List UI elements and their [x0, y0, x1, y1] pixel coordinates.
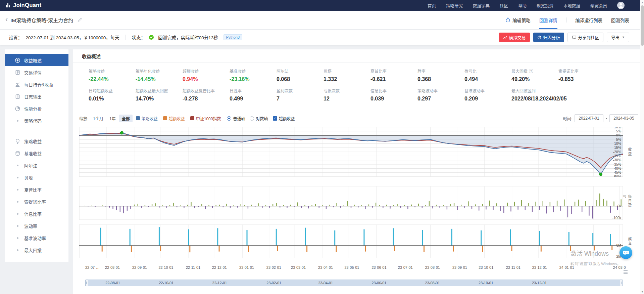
metric-label: 最大回撤区间	[511, 88, 599, 93]
metric-策略收益: 策略收益-22.44%	[89, 68, 136, 82]
legend-item-中证1000指数[interactable]: 中证1000指数	[190, 116, 221, 121]
nav-item-3[interactable]: 数据字典	[473, 2, 490, 9]
sidebar-item-交易详情[interactable]: 交易详情	[5, 66, 68, 78]
returns-chart[interactable]: 10%5%0%-5%-10%-15%-20%-25%-30%-35%-40%-4…	[79, 127, 638, 177]
metric-阿尔法: 阿尔法0.068	[277, 68, 324, 82]
time-from-input[interactable]	[575, 114, 603, 122]
sidebar-item-索提诺比率[interactable]: 索提诺比率	[5, 196, 68, 208]
metric-label-text: 盈利次数	[277, 88, 293, 93]
navigator-left-handle[interactable]	[85, 280, 88, 286]
metric-label: 基准收益	[230, 68, 277, 74]
svg-text:0M: 0M	[616, 243, 621, 247]
status-label: 状态：	[132, 34, 146, 41]
sidebar-item-基准波动率[interactable]: 基准波动率	[5, 232, 68, 244]
nav-item-6[interactable]: 聚宽投资	[537, 2, 553, 9]
sidebar-item-label: 夏普比率	[24, 186, 42, 193]
nav-item-4[interactable]: 社区	[500, 2, 508, 9]
tab-回测列表[interactable]: 回测列表	[611, 11, 629, 29]
checkbox-checked-icon: ✓	[273, 116, 277, 121]
turnover-chart[interactable]: 0M-2M 成交	[79, 224, 638, 258]
sidebar-item-label: 每日持仓&收益	[24, 81, 53, 88]
time-to-input[interactable]	[609, 114, 638, 122]
metric-label: 策略年化收益	[136, 68, 183, 74]
scroll-down-arrow[interactable]: ▼	[640, 289, 644, 294]
sidebar-item-日志输出[interactable]: 日志输出	[5, 90, 68, 102]
radio-对数轴[interactable]: 对数轴	[250, 116, 268, 121]
sidebar-item-信息比率[interactable]: 信息比率	[5, 208, 68, 220]
radio-普通轴[interactable]: 普通轴	[227, 116, 245, 121]
tab-编辑策略[interactable]: 编辑策略	[505, 11, 531, 29]
zoom-button-1年[interactable]: 1年	[107, 115, 118, 122]
sidebar-item-每日持仓&收益[interactable]: 每日持仓&收益	[5, 78, 68, 90]
language-badge: Python3	[224, 34, 242, 40]
svg-text:0%: 0%	[616, 133, 621, 137]
metric-value: 14.70%	[136, 96, 183, 102]
nav-item-7[interactable]: 本地数据	[563, 2, 580, 9]
legend-item-策略收益[interactable]: 策略收益	[136, 116, 158, 121]
metric-夏普比率: 夏普比率-0.621	[370, 68, 417, 82]
sidebar-item-性能分析[interactable]: 性能分析	[5, 102, 68, 115]
metric-索提诺比率: 索提诺比率-0.853	[558, 68, 605, 82]
monitor-icon	[572, 35, 577, 40]
outline-list-button[interactable]	[622, 269, 629, 276]
attribution-button[interactable]: 归因分析	[533, 33, 564, 42]
svg-text:-45%: -45%	[613, 170, 621, 174]
navigator-right-handle[interactable]	[620, 280, 623, 286]
sidebar-item-波动率[interactable]: 波动率	[5, 220, 68, 232]
navigator-tick-22-12-01: 22-12-01	[212, 281, 227, 285]
x-tick-22-07-…: 22-07-…	[85, 265, 100, 269]
scrollbar-thumb[interactable]	[641, 5, 644, 46]
sidebar-item-最大回撤[interactable]: 最大回撤	[5, 244, 68, 256]
share-community-button[interactable]: 分享到社区	[567, 33, 604, 42]
sidebar-item-夏普比率[interactable]: 夏普比率	[5, 183, 68, 196]
sidebar-item-贝塔[interactable]: 贝塔	[5, 171, 68, 183]
chart-legend: 策略收益超额收益中证1000指数	[136, 116, 221, 121]
user-avatar[interactable]	[617, 2, 625, 9]
log-icon	[15, 94, 20, 99]
daily-pnl-chart[interactable]: 0k-100k 每日盈亏	[79, 186, 638, 220]
joinquant-logo[interactable]: JoinQuant	[5, 2, 41, 9]
zoom-button-全部[interactable]: 全部	[119, 115, 133, 122]
metric-基准收益: 基准收益-23.16%	[230, 68, 277, 82]
legend-swatch	[136, 116, 140, 120]
nav-item-2[interactable]: 策略研究	[446, 2, 463, 9]
metric-label: 贝塔	[324, 68, 370, 74]
logo-bars-icon	[5, 2, 11, 9]
navigator-tick-22-08-01: 22-08-01	[105, 281, 120, 285]
svg-text:10%: 10%	[614, 127, 621, 129]
tab-回测详情[interactable]: 回测详情	[539, 11, 557, 29]
help-icon[interactable]: ?	[529, 69, 533, 73]
sidebar-item-策略收益[interactable]: 策略收益	[5, 135, 68, 147]
chart-controls: 缩放: 1个月1年全部 策略收益超额收益中证1000指数 普通轴对数轴 ✓ 超额…	[79, 114, 638, 122]
excess-return-checkbox[interactable]: ✓ 超额收益	[273, 116, 295, 121]
edit-pencil-icon[interactable]	[77, 17, 82, 23]
nav-item-5[interactable]: 帮助	[518, 2, 527, 9]
metric-超额收益夏普比率: 超额收益夏普比率-0.278	[183, 88, 230, 102]
x-tick-23-07-01: 23-07-01	[398, 265, 413, 269]
metric-label: 信息比率	[370, 88, 417, 93]
tab-编译运行列表[interactable]: 编译运行列表	[575, 11, 602, 29]
metric-超额收益: 超额收益0.94%	[183, 68, 230, 82]
export-button[interactable]: 导出▼	[607, 33, 629, 42]
nav-item-8[interactable]: 聚宽会员	[590, 2, 607, 9]
svg-text:-50%: -50%	[613, 175, 621, 177]
backtest-settings: 设置： 2022-07-01 到 2024-03-05，￥1000000，每天 …	[9, 34, 242, 41]
sidebar-item-策略代码[interactable]: 策略代码	[5, 115, 68, 127]
nav-item-1[interactable]: 首页	[428, 2, 436, 9]
back-chevron-icon[interactable]: ‹	[5, 16, 8, 23]
simulate-trade-button[interactable]: 模拟交易	[499, 33, 530, 42]
customer-service-chat-button[interactable]	[620, 246, 632, 259]
sidebar-item-阿尔法[interactable]: 阿尔法	[5, 159, 68, 171]
metric-value: 0.494	[464, 76, 511, 82]
legend-item-超额收益[interactable]: 超额收益	[163, 116, 185, 121]
legend-label: 超额收益	[169, 116, 185, 121]
sidebar-item-基准收益[interactable]: 基准收益	[5, 147, 68, 159]
tab-label: 回测列表	[611, 17, 629, 24]
metric-value: -0.278	[183, 96, 230, 102]
metric-label: 索提诺比率	[558, 68, 605, 74]
zoom-button-1个月[interactable]: 1个月	[90, 115, 106, 122]
scroll-up-arrow[interactable]: ▲	[640, 0, 644, 5]
sidebar-item-收益概述[interactable]: 收益概述	[5, 54, 68, 66]
action-buttons: 模拟交易 归因分析 分享到社区 导出▼	[499, 33, 629, 42]
chart-navigator[interactable]: 22-08-0122-10-0122-12-0123-02-0123-04-01…	[85, 280, 623, 286]
